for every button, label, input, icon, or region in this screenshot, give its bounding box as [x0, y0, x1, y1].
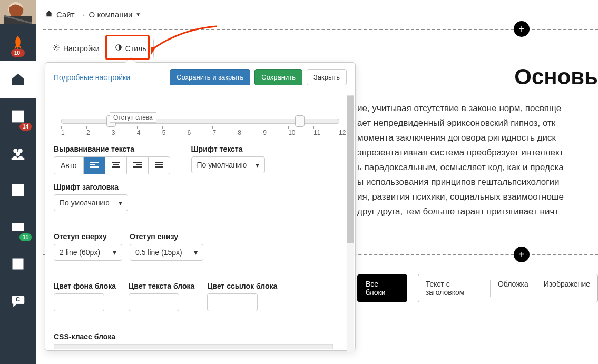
block-type-options: Текст с заголовком Обложка Изображение [418, 274, 598, 302]
badge-chart: 14 [19, 123, 32, 131]
slider-tooltip: Отступ слева [110, 112, 156, 123]
home-icon[interactable] [45, 9, 53, 19]
close-button[interactable]: Закрыть [307, 69, 347, 85]
all-blocks-button[interactable]: Все блоки [357, 274, 407, 302]
css-class-label: CSS-класс блока [54, 332, 347, 341]
opt-image[interactable]: Изображение [536, 280, 597, 297]
link-color-input[interactable] [207, 293, 258, 311]
caret-down-icon: ▾ [251, 161, 259, 169]
scrollbar-thumb[interactable] [347, 96, 354, 243]
padding-bottom-select[interactable]: 0.5 line (15px) ▾ [130, 244, 203, 261]
text-font-value: По умолчанию [197, 161, 247, 169]
nav-chart[interactable]: 14 [0, 98, 36, 135]
detail-settings-link[interactable]: Подробные настройки [54, 73, 130, 82]
svg-text:C: C [16, 296, 21, 302]
scrollbar[interactable] [347, 95, 354, 352]
nav-safe[interactable] [0, 245, 36, 282]
text-font-select[interactable]: По умолчанию ▾ [191, 156, 266, 173]
header-font-value: По умолчанию [60, 199, 110, 207]
header-font-label: Шрифт заголовка [54, 183, 347, 191]
panel-header: Подробные настройки Сохранить и закрыть … [45, 63, 355, 92]
left-sidebar: 10 14 11 C [0, 0, 36, 364]
breadcrumb-arrow: → [78, 10, 86, 19]
add-block-top[interactable]: + [514, 21, 530, 37]
add-block-bottom[interactable]: + [514, 247, 530, 262]
nav-mail[interactable]: 11 [0, 209, 36, 245]
caret-down-icon: ▾ [114, 199, 122, 207]
style-panel: Подробные настройки Сохранить и закрыть … [45, 62, 356, 351]
breadcrumb: Сайт → О компании ▼ [45, 9, 141, 19]
align-right[interactable] [127, 157, 149, 174]
chevron-down-icon: ▾ [194, 248, 198, 257]
content-text: ие, учитывая отсутствие в законе норм, п… [357, 101, 598, 219]
popover-arrow [125, 57, 136, 63]
svg-point-13 [55, 46, 57, 48]
align-auto[interactable]: Авто [54, 157, 84, 174]
text-align-group: Авто [54, 156, 170, 174]
slider-ticks: 1 2 3 4 5 6 7 8 9 10 11 12 [61, 129, 339, 140]
save-button[interactable]: Сохранить [254, 69, 302, 85]
contrast-icon [115, 44, 122, 53]
breadcrumb-page[interactable]: О компании [89, 10, 133, 19]
nav-check[interactable] [0, 172, 36, 209]
tab-settings-label: Настройки [63, 44, 100, 53]
align-center[interactable] [105, 157, 127, 174]
nav-home[interactable] [0, 61, 36, 98]
header-font-select[interactable]: По умолчанию ▾ [54, 194, 128, 211]
gear-icon [53, 44, 60, 53]
svg-point-6 [16, 152, 20, 156]
panel-body: Отступ слева 1 2 3 4 5 6 7 8 9 10 11 12 [45, 92, 355, 352]
badge-rocket: 10 [11, 49, 25, 57]
svg-point-11 [17, 263, 19, 265]
bg-color-input[interactable] [54, 293, 104, 311]
text-align-label: Выравнивание текста [54, 145, 170, 153]
badge-mail: 11 [19, 233, 32, 241]
annotation-arrow [151, 24, 219, 55]
align-justify[interactable] [149, 157, 170, 174]
left-margin-slider: Отступ слева 1 2 3 4 5 6 7 8 9 10 11 12 [54, 109, 347, 136]
chevron-down-icon: ▾ [113, 248, 116, 257]
padding-bottom-value: 0.5 line (15px) [135, 248, 182, 257]
block-type-row: Все блоки Текст с заголовком Обложка Изо… [357, 274, 598, 302]
text-color-label: Цвет текста блока [129, 282, 194, 290]
text-color-input[interactable] [129, 293, 179, 311]
padding-top-label: Отступ сверху [54, 232, 122, 241]
bg-color-label: Цвет фона блока [54, 282, 116, 290]
save-close-button[interactable]: Сохранить и закрыть [170, 69, 250, 85]
nav-chat[interactable]: C [0, 282, 36, 319]
breadcrumb-site[interactable]: Сайт [56, 10, 75, 19]
tab-group: Настройки Стиль [45, 38, 154, 58]
text-font-label: Шрифт текста [191, 145, 266, 153]
padding-bottom-label: Отступ снизу [130, 232, 203, 241]
caret-down-icon[interactable]: ▼ [135, 12, 141, 17]
opt-cover[interactable]: Обложка [491, 280, 536, 297]
opt-text-heading[interactable]: Текст с заголовком [418, 280, 491, 297]
tab-settings[interactable]: Настройки [45, 38, 107, 58]
nav-users[interactable] [0, 135, 36, 172]
avatar[interactable] [0, 0, 36, 24]
nav-rocket[interactable]: 10 [0, 24, 36, 61]
slider-thumb-right[interactable] [295, 115, 305, 127]
padding-top-select[interactable]: 2 line (60px) ▾ [54, 244, 122, 261]
align-left[interactable] [84, 157, 105, 174]
padding-top-value: 2 line (60px) [60, 248, 100, 257]
tab-style-label: Стиль [125, 44, 146, 53]
link-color-label: Цвет ссылок блока [207, 282, 277, 290]
css-class-input[interactable] [54, 344, 333, 349]
tab-style[interactable]: Стиль [107, 38, 154, 58]
content-heading: Основы [514, 64, 598, 90]
